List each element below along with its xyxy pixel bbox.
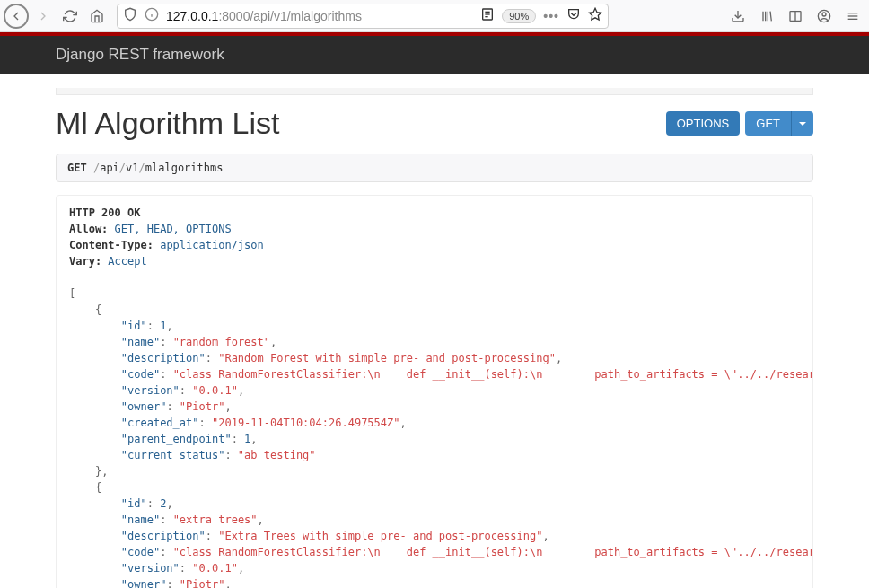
account-icon[interactable]: [812, 4, 837, 29]
get-button[interactable]: GET: [745, 111, 791, 136]
svg-line-12: [770, 11, 771, 21]
url-bar[interactable]: 127.0.0.1:8000/api/v1/mlalgorithms 90% •…: [117, 4, 609, 29]
response-body: HTTP 200 OK Allow: GET, HEAD, OPTIONS Co…: [56, 195, 813, 588]
page-title: Ml Algorithm List: [56, 106, 279, 141]
back-button[interactable]: [4, 4, 29, 29]
breadcrumb: [56, 88, 813, 95]
get-dropdown-toggle[interactable]: [791, 111, 813, 136]
home-button[interactable]: [84, 4, 110, 29]
request-info: GET /api/v1/mlalgorithms: [56, 154, 813, 182]
downloads-icon[interactable]: [725, 4, 750, 29]
zoom-badge[interactable]: 90%: [502, 9, 536, 23]
options-button[interactable]: OPTIONS: [666, 111, 741, 136]
browser-toolbar: 127.0.0.1:8000/api/v1/mlalgorithms 90% •…: [0, 0, 869, 32]
menu-icon[interactable]: [840, 4, 865, 29]
bookmark-star-icon[interactable]: [588, 7, 602, 24]
reader-icon[interactable]: [480, 7, 495, 24]
page-actions-icon[interactable]: •••: [543, 9, 559, 23]
url-text: 127.0.0.1:8000/api/v1/mlalgorithms: [166, 9, 473, 23]
svg-marker-7: [589, 8, 601, 20]
django-navbar: Django REST framework: [0, 36, 869, 74]
shield-icon: [123, 7, 137, 24]
request-method: GET: [67, 162, 87, 174]
forward-button[interactable]: [31, 4, 56, 29]
info-icon: [145, 7, 159, 24]
get-button-group: GET: [745, 111, 813, 136]
reload-button[interactable]: [57, 4, 83, 29]
status-line: HTTP 200 OK: [69, 206, 140, 219]
library-icon[interactable]: [754, 4, 779, 29]
pocket-icon[interactable]: [566, 7, 581, 24]
chevron-down-icon: [799, 122, 806, 126]
navbar-brand[interactable]: Django REST framework: [56, 46, 224, 64]
svg-point-16: [822, 13, 826, 16]
sidebar-icon[interactable]: [783, 4, 808, 29]
